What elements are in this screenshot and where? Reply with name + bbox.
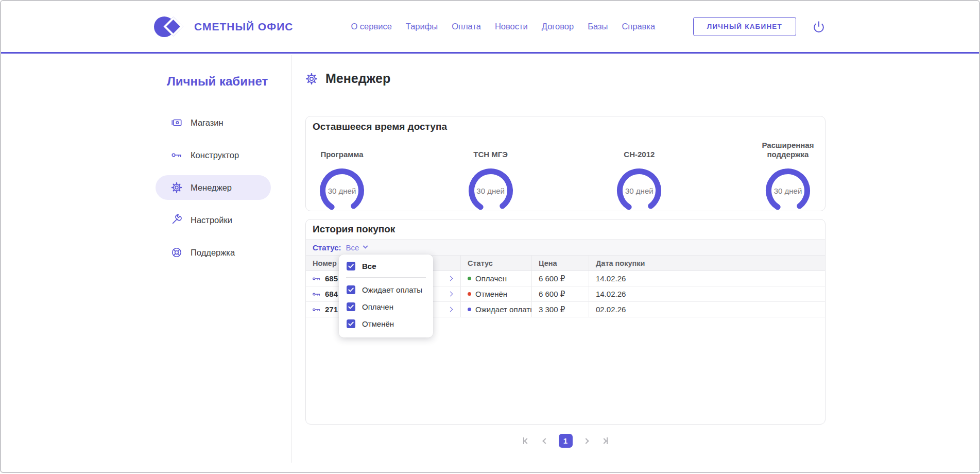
gauge-value: 30 дней — [318, 167, 366, 214]
main-nav: О сервисе Тарифы Оплата Новости Договор … — [351, 22, 655, 31]
sidebar-menu: Магазин Конструктор — [156, 110, 271, 265]
pagination-last-button[interactable] — [599, 435, 611, 447]
key-icon — [313, 276, 320, 282]
gauge-label: Расширенная поддержка — [752, 138, 824, 160]
checkbox-checked-icon[interactable] — [347, 262, 355, 270]
nav-news[interactable]: Новости — [495, 22, 528, 31]
status-filter-value: Все — [346, 243, 359, 252]
logo-icon — [154, 15, 186, 39]
status-text: Ожидает оплаты — [475, 305, 531, 314]
key-icon — [313, 307, 320, 313]
key-icon — [313, 291, 320, 297]
power-icon[interactable] — [812, 20, 826, 34]
page-title: Менеджер — [305, 71, 390, 86]
sidebar-item-label: Настройки — [191, 215, 232, 225]
window-frame: СМЕТНЫЙ ОФИС О сервисе Тарифы Оплата Нов… — [0, 0, 980, 473]
nav-help[interactable]: Справка — [622, 22, 655, 31]
sidebar-item-constructor[interactable]: Конструктор — [156, 143, 271, 167]
col-status: Статус — [460, 256, 531, 270]
gauge-ring: 30 дней — [764, 167, 812, 214]
status-filter-dropdown: Все Ожидает оплаты Оплачен — [339, 255, 433, 337]
gauge-label: Программа — [320, 138, 363, 160]
gauge-sn-2012: СН-2012 30 дней — [603, 138, 675, 214]
pagination-next-button[interactable] — [580, 435, 592, 447]
dropdown-item-paid[interactable]: Оплачен — [339, 298, 433, 315]
access-time-card: Оставшееся время доступа Программа 30 дн… — [305, 116, 826, 211]
personal-cabinet-button[interactable]: ЛИЧНЫЙ КАБИНЕТ — [693, 17, 796, 36]
dropdown-item-pending[interactable]: Ожидает оплаты — [339, 281, 433, 298]
sidebar-item-label: Магазин — [191, 118, 223, 128]
chevron-left-icon — [524, 438, 529, 444]
gauge-tsn-mge: ТСН МГЭ 30 дней — [455, 138, 527, 214]
pagination-prev-button[interactable] — [540, 435, 551, 447]
chevron-right-icon[interactable] — [448, 292, 453, 297]
page-title-text: Менеджер — [325, 71, 390, 86]
gauge-value: 30 дней — [467, 167, 514, 214]
checkbox-checked-icon[interactable] — [347, 319, 355, 328]
sidebar-item-label: Поддержка — [191, 248, 235, 258]
sidebar-title: Личный кабинет — [167, 74, 291, 89]
price-cell: 6 600 ₽ — [531, 271, 589, 286]
pagination-current-page[interactable]: 1 — [559, 434, 573, 448]
chevron-down-icon — [363, 243, 368, 248]
checkbox-checked-icon[interactable] — [347, 285, 355, 294]
gauge-value: 30 дней — [764, 167, 812, 214]
gauge-label: СН-2012 — [624, 138, 655, 160]
dropdown-separator — [346, 277, 426, 278]
sidebar-item-manager[interactable]: Менеджер — [156, 175, 271, 200]
wrench-icon — [171, 214, 182, 226]
nav-about[interactable]: О сервисе — [351, 22, 391, 31]
col-price: Цена — [531, 256, 589, 270]
main-content: Менеджер Оставшееся время доступа Програ… — [292, 55, 979, 472]
access-card-title: Оставшееся время доступа — [306, 116, 825, 137]
sidebar-item-label: Конструктор — [191, 150, 239, 160]
price-cell: 6 600 ₽ — [531, 286, 589, 301]
gauge-label: ТСН МГЭ — [473, 138, 508, 160]
gear-icon — [305, 73, 318, 85]
chevron-left-icon — [542, 438, 548, 444]
date-cell: 14.02.26 — [589, 286, 825, 301]
checkbox-checked-icon[interactable] — [347, 302, 355, 311]
dropdown-item-all[interactable]: Все — [339, 258, 433, 275]
dropdown-item-cancelled[interactable]: Отменён — [339, 315, 433, 332]
cash-icon — [171, 117, 182, 128]
chevron-right-icon[interactable] — [448, 307, 453, 312]
price-cell: 3 300 ₽ — [531, 302, 589, 317]
status-dot — [468, 277, 471, 280]
status-text: Оплачен — [475, 274, 507, 283]
sidebar: Личный кабинет Магазин — [1, 55, 291, 463]
key-icon — [171, 149, 182, 161]
status-text: Отменён — [475, 290, 507, 298]
brand-name: СМЕТНЫЙ ОФИС — [194, 21, 293, 33]
history-card-title: История покупок — [306, 219, 825, 240]
gear-icon — [171, 182, 182, 193]
invoice-number: 684 — [325, 290, 338, 298]
sidebar-item-support[interactable]: Поддержка — [156, 240, 271, 265]
pagination-first-button[interactable] — [521, 435, 532, 447]
status-dot — [468, 308, 471, 311]
lifebuoy-icon — [171, 247, 182, 258]
top-header: СМЕТНЫЙ ОФИС О сервисе Тарифы Оплата Нов… — [1, 1, 979, 54]
nav-tariffs[interactable]: Тарифы — [406, 22, 438, 31]
sidebar-item-label: Менеджер — [191, 183, 232, 193]
chevron-right-icon — [583, 438, 589, 444]
gauge-extended-support: Расширенная поддержка 30 дней — [752, 138, 824, 214]
nav-payment[interactable]: Оплата — [452, 22, 481, 31]
date-cell: 14.02.26 — [589, 271, 825, 286]
status-dot — [468, 292, 471, 296]
nav-bases[interactable]: Базы — [588, 22, 608, 31]
chevron-right-icon — [601, 438, 607, 444]
chevron-right-icon[interactable] — [448, 276, 453, 281]
nav-contract[interactable]: Договор — [542, 22, 574, 31]
pagination: 1 — [305, 434, 826, 448]
brand: СМЕТНЫЙ ОФИС — [154, 15, 293, 39]
status-filter-label: Статус: — [313, 243, 341, 252]
purchase-history-card: История покупок Статус: Все Номер счёта … — [305, 219, 826, 425]
gauge-ring: 30 дней — [615, 167, 663, 214]
gauges-row: Программа 30 дней ТСН МГЭ 30 дне — [306, 137, 825, 214]
gauge-ring: 30 дней — [318, 167, 366, 214]
sidebar-item-settings[interactable]: Настройки — [156, 208, 271, 232]
invoice-number: 271 — [325, 305, 338, 314]
sidebar-item-shop[interactable]: Магазин — [156, 110, 271, 135]
status-filter[interactable]: Статус: Все — [306, 240, 825, 256]
